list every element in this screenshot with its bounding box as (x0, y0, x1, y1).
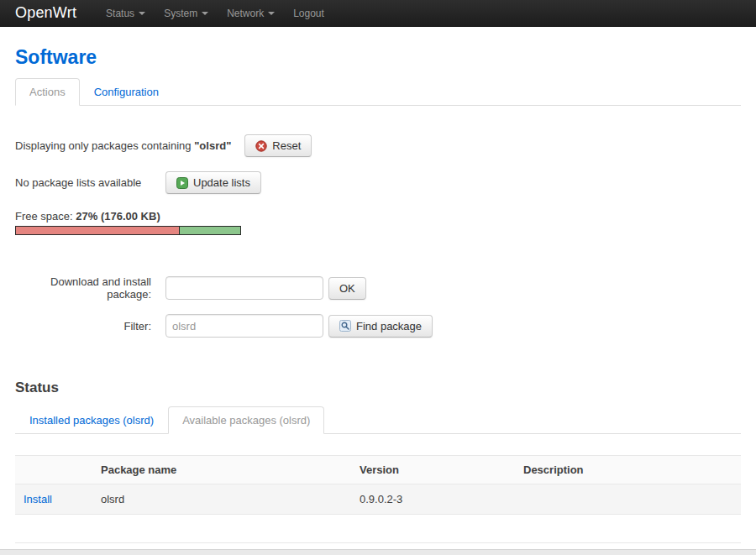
no-lists-text: No package lists available (15, 176, 165, 189)
filter-notice-text: Displaying only packages containing "ols… (15, 139, 231, 152)
install-link[interactable]: Install (24, 493, 52, 505)
cell-package-name: olsrd (92, 484, 351, 515)
filter-notice-term: "olsrd" (194, 139, 231, 152)
nav-system-label: System (164, 8, 197, 19)
footer-divider (15, 542, 741, 543)
tab-configuration[interactable]: Configuration (80, 78, 173, 106)
used-space-bar (16, 227, 180, 234)
tab-available-packages[interactable]: Available packages (olsrd) (168, 406, 324, 434)
brand-openwrt[interactable]: OpenWrt (15, 4, 76, 22)
nav-status-label: Status (106, 8, 134, 19)
packages-table: Package name Version Description Install… (15, 455, 741, 515)
top-navbar: OpenWrt Status System Network Logout (0, 0, 756, 27)
table-header-row: Package name Version Description (15, 456, 741, 484)
free-space-label: Free space: 27% (176.00 KB) (15, 210, 741, 223)
find-package-button[interactable]: Find package (328, 315, 433, 338)
nav-network-label: Network (227, 8, 264, 19)
free-space-label-text: Free space: (15, 210, 76, 223)
page-title: Software (15, 46, 741, 69)
filter-input[interactable] (165, 314, 323, 338)
nav-system[interactable]: System (155, 0, 218, 27)
ok-button[interactable]: OK (328, 277, 366, 300)
package-form: Download and install package: OK Filter:… (15, 275, 741, 338)
download-row: Download and install package: OK (15, 275, 741, 301)
table-row: Install olsrd 0.9.0.2-3 (15, 484, 741, 515)
main-tab-bar: Actions Configuration (15, 78, 741, 106)
nav-logout[interactable]: Logout (284, 0, 333, 27)
cell-version: 0.9.0.2-3 (351, 484, 515, 515)
status-tab-bar: Installed packages (olsrd) Available pac… (15, 406, 741, 434)
package-lists-row: No package lists available Update lists (15, 171, 741, 194)
reset-button[interactable]: Reset (244, 134, 312, 157)
header-version: Version (351, 456, 515, 484)
reset-red-circle-icon (255, 140, 267, 152)
header-description: Description (515, 456, 741, 484)
update-lists-button-label: Update lists (193, 176, 250, 189)
reset-button-label: Reset (272, 139, 301, 152)
filter-row: Filter: Find package (15, 314, 741, 338)
chevron-down-icon (268, 12, 275, 15)
page-bottom-strip (0, 549, 756, 555)
free-space-block: Free space: 27% (176.00 KB) (15, 210, 741, 235)
nav-status[interactable]: Status (97, 0, 155, 27)
free-space-progressbar (15, 226, 241, 235)
chevron-down-icon (202, 12, 208, 15)
download-label: Download and install package: (15, 275, 151, 301)
find-package-button-label: Find package (356, 320, 422, 332)
update-lists-button[interactable]: Update lists (165, 171, 261, 194)
ok-button-label: OK (339, 282, 355, 295)
update-green-icon (176, 177, 188, 189)
tab-actions[interactable]: Actions (15, 78, 80, 106)
tab-installed-packages[interactable]: Installed packages (olsrd) (15, 406, 168, 434)
filter-notice-prefix: Displaying only packages containing (15, 139, 194, 152)
chevron-down-icon (139, 12, 145, 15)
nav-logout-label: Logout (293, 8, 324, 19)
status-section-title: Status (15, 380, 741, 396)
header-package-name: Package name (92, 456, 351, 484)
download-input[interactable] (165, 276, 323, 300)
nav-network[interactable]: Network (218, 0, 284, 27)
free-space-value: 27% (176.00 KB) (76, 210, 160, 223)
magnifier-icon (339, 320, 351, 332)
filter-label: Filter: (15, 320, 151, 332)
cell-description (515, 484, 741, 515)
header-action (15, 456, 92, 484)
filter-notice-row: Displaying only packages containing "ols… (15, 134, 741, 157)
